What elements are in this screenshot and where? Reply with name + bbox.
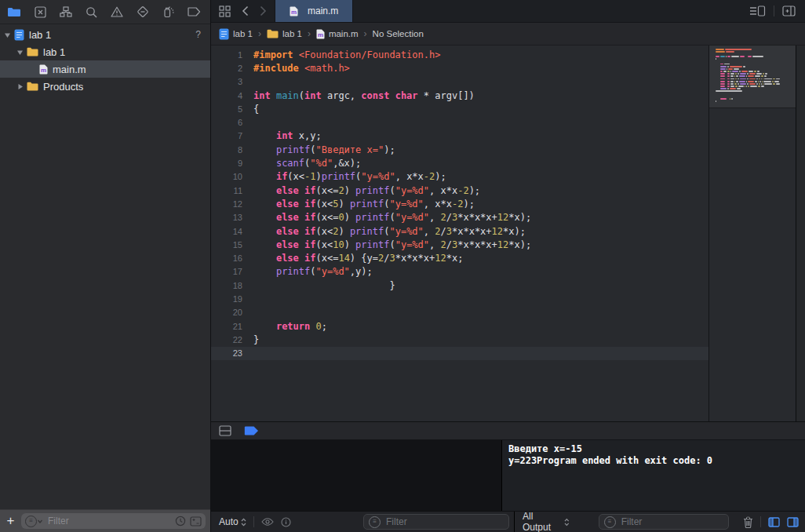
- code-line-16[interactable]: 16 else if(x<=14) {y=2/3*x*x*x+12*x;: [211, 251, 708, 264]
- code-line-9[interactable]: 9 scanf("%d",&x);: [211, 156, 708, 169]
- code-line-5[interactable]: 5{: [211, 102, 708, 115]
- breadcrumb-item[interactable]: lab 1: [219, 28, 253, 40]
- navigator-filter-input[interactable]: [46, 515, 171, 527]
- item-label: lab 1: [29, 29, 51, 41]
- updown-chevrons-icon: [564, 518, 570, 527]
- issue-navigator-icon[interactable]: [111, 5, 123, 18]
- project-tree: lab 1?lab 1mmain.mProducts: [0, 24, 210, 509]
- code-line-15[interactable]: 15 else if(x<10) printf("y=%d", 2/3*x*x*…: [211, 238, 708, 251]
- add-editor-icon[interactable]: [782, 5, 796, 16]
- eye-icon[interactable]: [261, 518, 274, 526]
- variables-scope-dropdown[interactable]: Auto: [219, 516, 246, 527]
- project-navigator-icon[interactable]: [8, 5, 21, 18]
- disclosure-triangle[interactable]: [3, 31, 11, 38]
- sidebar-item-lab-1[interactable]: lab 1?: [0, 26, 210, 43]
- show-console-view-toggle[interactable]: [787, 517, 799, 527]
- code-line-14[interactable]: 14 else if(x<2) printf("y=%d", 2/3*x*x*x…: [211, 224, 708, 238]
- symbol-navigator-icon[interactable]: [60, 5, 72, 18]
- code-line-2[interactable]: 2#include <math.h>: [211, 61, 708, 75]
- console-line: Введите x=-15: [508, 443, 799, 455]
- info-icon[interactable]: [281, 517, 291, 527]
- code-line-17[interactable]: 17 printf("y=%d",y);: [211, 265, 708, 279]
- variables-view-bar: Auto ≡: [211, 512, 514, 532]
- chevron-down-icon: [38, 519, 42, 523]
- disclosure-triangle[interactable]: [16, 83, 24, 90]
- code-area[interactable]: 1#import <Foundation/Foundation.h>2#incl…: [211, 46, 708, 421]
- variables-filter-field[interactable]: ≡: [363, 514, 509, 530]
- source-control-status-badge: ?: [195, 29, 201, 40]
- breakpoints-toggle-icon[interactable]: [244, 426, 259, 435]
- sidebar-item-main.m[interactable]: mmain.m: [0, 60, 210, 78]
- sidebar-item-products[interactable]: Products: [0, 78, 210, 95]
- variables-scope-label: Auto: [219, 516, 239, 527]
- folder-icon: [27, 82, 38, 91]
- code-line-23[interactable]: 23: [211, 347, 708, 360]
- output-scope-label: All Output: [523, 511, 562, 532]
- output-scope-dropdown[interactable]: All Output: [523, 511, 570, 532]
- trash-icon[interactable]: [743, 516, 753, 528]
- code-line-10[interactable]: 10 if(x<-1)printf("y=%d", x*x-2);: [211, 170, 708, 184]
- svg-text:m: m: [291, 9, 297, 16]
- add-button[interactable]: +: [5, 513, 16, 529]
- code-line-3[interactable]: 3: [211, 75, 708, 89]
- related-items-icon[interactable]: [219, 5, 231, 17]
- code-line-18[interactable]: 18 }: [211, 279, 708, 292]
- navigator-filter-field[interactable]: ≡: [21, 513, 206, 529]
- source-control-navigator-icon[interactable]: [35, 5, 46, 18]
- code-line-21[interactable]: 21 return 0;: [211, 319, 708, 333]
- breadcrumb-label: lab 1: [233, 29, 253, 38]
- console-output[interactable]: Введите x=-15y=223Program ended with exi…: [501, 440, 805, 511]
- variables-filter-input[interactable]: [384, 516, 474, 528]
- filter-icon: ≡: [604, 516, 616, 528]
- breadcrumb-item[interactable]: mmain.m: [316, 29, 359, 39]
- source-editor[interactable]: 1#import <Foundation/Foundation.h>2#incl…: [211, 46, 805, 421]
- back-button[interactable]: [242, 5, 249, 16]
- editor-options-icon[interactable]: [750, 5, 766, 16]
- forward-button[interactable]: [260, 5, 267, 16]
- jump-bar: lab 1›lab 1›mmain.m›No Selection: [211, 22, 805, 46]
- breadcrumb-separator: ›: [308, 28, 311, 39]
- m-file-icon: m: [39, 64, 48, 75]
- code-line-4[interactable]: 4int main(int argc, const char * argv[]): [211, 89, 708, 102]
- code-line-1[interactable]: 1#import <Foundation/Foundation.h>: [211, 48, 708, 61]
- code-line-12[interactable]: 12 else if(x<5) printf("y=%d", x*x-2);: [211, 197, 708, 210]
- test-navigator-icon[interactable]: [137, 5, 149, 18]
- recents-clock-icon[interactable]: [175, 516, 186, 527]
- sidebar-item-lab-1[interactable]: lab 1: [0, 43, 210, 60]
- code-line-20[interactable]: 20: [211, 306, 708, 319]
- tab-main-m[interactable]: m main.m: [275, 0, 353, 22]
- breadcrumb-item[interactable]: No Selection: [373, 29, 424, 38]
- debug-area: Введите x=-15y=223Program ended with exi…: [211, 440, 805, 511]
- debug-navigator-icon[interactable]: [162, 5, 174, 18]
- filter-icon: ≡: [369, 516, 381, 528]
- code-line-19[interactable]: 19: [211, 292, 708, 305]
- tab-bar: m main.m: [211, 0, 805, 22]
- tab-label: main.m: [308, 5, 338, 16]
- console-filter-field[interactable]: ≡: [599, 514, 729, 530]
- variables-view[interactable]: [211, 440, 501, 511]
- breadcrumb-item[interactable]: lab 1: [267, 29, 302, 38]
- console-filter-input[interactable]: [620, 516, 709, 528]
- svg-text:m: m: [318, 31, 323, 38]
- code-line-13[interactable]: 13 else if(x<=0) printf("y=%d", 2/3*x*x*…: [211, 211, 708, 224]
- m-file-icon: m: [316, 29, 325, 39]
- plus-minus-filter-icon[interactable]: [190, 516, 202, 527]
- code-line-6[interactable]: 6: [211, 115, 708, 129]
- updown-chevrons-icon: [241, 518, 246, 527]
- code-line-11[interactable]: 11 else if(x<=2) printf("y=%d", x*x-2);: [211, 184, 708, 197]
- code-line-7[interactable]: 7 int x,y;: [211, 129, 708, 143]
- item-label: Products: [43, 81, 83, 93]
- find-navigator-icon[interactable]: [86, 5, 97, 18]
- code-line-22[interactable]: 22}: [211, 333, 708, 346]
- xcode-window: lab 1?lab 1mmain.mProducts + ≡: [0, 0, 805, 532]
- show-variables-view-toggle[interactable]: [768, 517, 780, 527]
- hide-debug-area-icon[interactable]: [219, 425, 231, 436]
- editor-right-gutter: [796, 46, 805, 421]
- code-line-8[interactable]: 8 printf("Введите x=");: [211, 143, 708, 156]
- folder-icon: [27, 47, 38, 56]
- breakpoint-navigator-icon[interactable]: [188, 5, 201, 18]
- disclosure-triangle[interactable]: [16, 49, 24, 56]
- minimap[interactable]: [708, 46, 796, 421]
- project-file-icon: [219, 28, 229, 40]
- breadcrumb-label: lab 1: [282, 29, 302, 38]
